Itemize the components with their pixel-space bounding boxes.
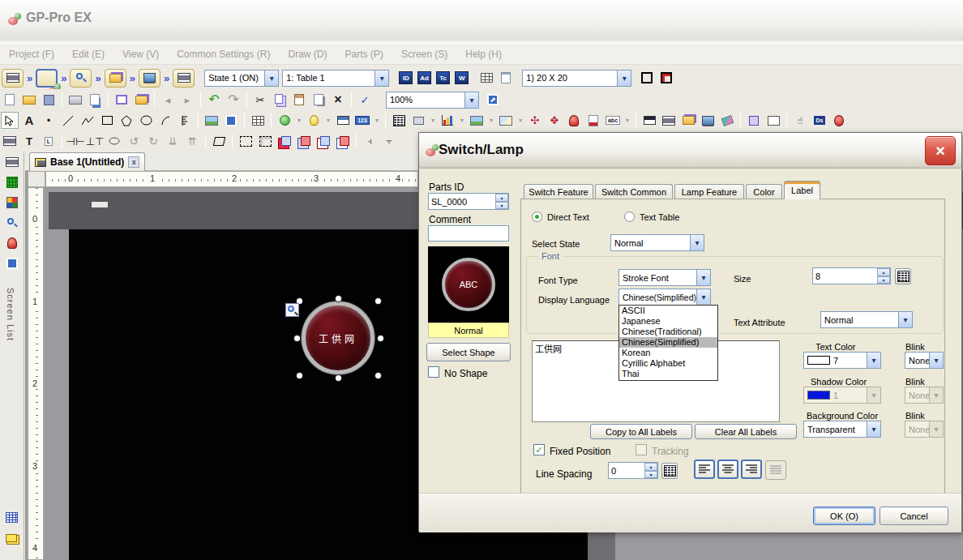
data-transfer-icon[interactable]: ✣ (526, 112, 544, 129)
text-badge[interactable]: Tc (436, 71, 450, 84)
file-manager-icon[interactable] (584, 112, 602, 129)
font-type-dropdown[interactable]: Stroke Font ▾ (618, 269, 711, 286)
menu-edit[interactable]: Edit (E) (63, 49, 113, 60)
oval-edit-icon[interactable] (105, 133, 123, 150)
close-icon[interactable]: × (925, 136, 956, 165)
mirror-y-icon[interactable]: ⊥⊤ (86, 133, 104, 150)
language-option-chinese-simplified[interactable]: Chinese(Simplified) (619, 337, 717, 348)
menu-project[interactable]: Project (F) (0, 49, 63, 60)
preview-button[interactable] (70, 69, 92, 88)
text-display-icon[interactable]: abc (604, 112, 622, 129)
send-backward-icon[interactable] (334, 133, 352, 150)
part-size-dropdown[interactable]: 1) 20 X 20 ▾ (522, 70, 631, 87)
menu-draw[interactable]: Draw (D) (280, 49, 336, 60)
window-list-icon[interactable] (2, 254, 23, 273)
parts-list-icon[interactable] (764, 112, 782, 129)
align-left-edge-icon[interactable]: ⫞ (361, 133, 379, 150)
line-spacing-spinner[interactable]: ▴▾ (644, 463, 657, 478)
bring-forward-icon[interactable] (315, 133, 332, 150)
selection-handle[interactable] (336, 375, 341, 381)
filmstrip-icon[interactable] (660, 112, 678, 129)
menu-help[interactable]: Help (H) (456, 49, 511, 60)
numeric-display-tool[interactable]: 123 (353, 112, 371, 129)
screen-handle[interactable] (91, 201, 109, 208)
movie-dropdown-arrow[interactable]: ▾ (516, 112, 524, 129)
open-icon[interactable] (20, 92, 38, 109)
parts-id-spinner[interactable]: ▴▾ (495, 194, 508, 209)
text-table-dropdown[interactable]: 1: Table 1 ▾ (282, 70, 389, 87)
menu-parts[interactable]: Parts (P) (336, 49, 392, 60)
language-option-ascii[interactable]: ASCII (619, 306, 717, 316)
draw-color-icon[interactable] (718, 112, 736, 129)
edit-mode-button[interactable] (36, 69, 58, 88)
flip-vertical-icon[interactable]: ⇊ (164, 133, 182, 150)
no-shape-checkbox[interactable] (428, 366, 439, 378)
paste-screen-icon[interactable] (132, 92, 150, 109)
error-check-icon[interactable]: ✓ (356, 92, 374, 109)
group-parts-icon[interactable] (222, 112, 240, 129)
selection-handle[interactable] (375, 298, 381, 304)
monitor-button[interactable] (173, 69, 195, 88)
send-to-back-icon[interactable] (295, 133, 313, 150)
line-tool[interactable] (59, 112, 77, 129)
historical-lamp-icon[interactable] (565, 112, 583, 129)
flip-horizontal-icon[interactable]: ⇈ (183, 133, 201, 150)
zoom-tool-icon[interactable] (2, 213, 23, 233)
ungroup-icon[interactable] (256, 133, 274, 150)
pointer-tool[interactable] (1, 112, 19, 129)
special-data-icon[interactable]: ✥ (546, 112, 563, 129)
project-window-icon[interactable] (2, 152, 23, 172)
screen-frame-icon[interactable] (657, 70, 675, 87)
new-screen-icon[interactable] (1, 92, 19, 109)
print-preview-icon[interactable] (86, 92, 104, 109)
dialog-title-bar[interactable]: Switch/Lamp × (419, 133, 961, 169)
numeric-dropdown-arrow[interactable]: ▾ (373, 112, 381, 129)
lamp-part-tool[interactable] (305, 112, 323, 129)
paste-icon[interactable] (290, 92, 308, 109)
direct-text-radio[interactable] (532, 212, 542, 222)
cancel-button[interactable]: Cancel (880, 507, 948, 525)
switch-part-tool[interactable] (276, 112, 293, 129)
menu-view[interactable]: View (V) (113, 49, 168, 60)
forward-icon[interactable]: ▸ (178, 92, 196, 109)
dot-tool[interactable]: • (40, 112, 58, 129)
hand-tool-icon[interactable]: ☝ (791, 112, 809, 129)
bring-to-front-icon[interactable] (276, 133, 293, 150)
tab-lamp-feature[interactable]: Lamp Feature (674, 184, 744, 199)
lamp-dropdown-arrow[interactable]: ▾ (324, 112, 332, 129)
keypad-list-icon[interactable] (1, 507, 22, 527)
movie-display-tool[interactable] (497, 112, 515, 129)
text-attribute-dropdown[interactable]: Normal ▾ (820, 311, 913, 328)
label-icon[interactable]: L (40, 133, 58, 150)
polygon-tool[interactable] (118, 112, 135, 129)
graph-tool[interactable] (439, 112, 456, 129)
cut-icon[interactable]: ✂ (251, 92, 269, 109)
color-palette-icon[interactable] (2, 193, 23, 212)
state-dropdown[interactable]: State 1 (ON) ▾ (204, 70, 279, 87)
canvas-lamp-part[interactable]: 工供网 (302, 301, 374, 374)
picture-dropdown-arrow[interactable]: ▾ (487, 112, 495, 129)
tab-base1[interactable]: Base 1(Untitled) x (29, 152, 145, 171)
address-badge[interactable]: Ad (417, 71, 431, 84)
text-table-radio[interactable] (624, 212, 635, 222)
size-spinner[interactable]: ▴▾ (877, 268, 890, 284)
language-option-chinese-traditional[interactable]: Chinese(Traditional) (619, 327, 717, 337)
ds-icon[interactable]: Ds (811, 112, 828, 129)
transfer-button[interactable] (139, 69, 160, 88)
back-icon[interactable]: ◂ (159, 92, 177, 109)
3d-box-icon[interactable] (210, 133, 228, 150)
select-parts-icon[interactable] (745, 112, 763, 129)
selection-handle[interactable] (375, 373, 381, 378)
tab-switch-feature[interactable]: Switch Feature (524, 184, 593, 199)
select-shape-button[interactable]: Select Shape (426, 343, 511, 361)
rotate-left-icon[interactable]: ↺ (125, 133, 143, 150)
graph-dropdown-arrow[interactable]: ▾ (458, 112, 466, 129)
screen-capture-icon[interactable] (679, 112, 697, 129)
background-color-dropdown[interactable]: Transparent ▾ (803, 421, 881, 438)
fixed-position-checkbox[interactable]: ✓ (533, 444, 545, 455)
remote-monitor-icon[interactable] (699, 112, 717, 129)
copy-icon[interactable] (271, 92, 289, 109)
rectangle-tool[interactable] (98, 112, 116, 129)
select-state-dropdown[interactable]: Normal ▾ (610, 234, 704, 251)
outline-icon[interactable] (638, 70, 656, 87)
